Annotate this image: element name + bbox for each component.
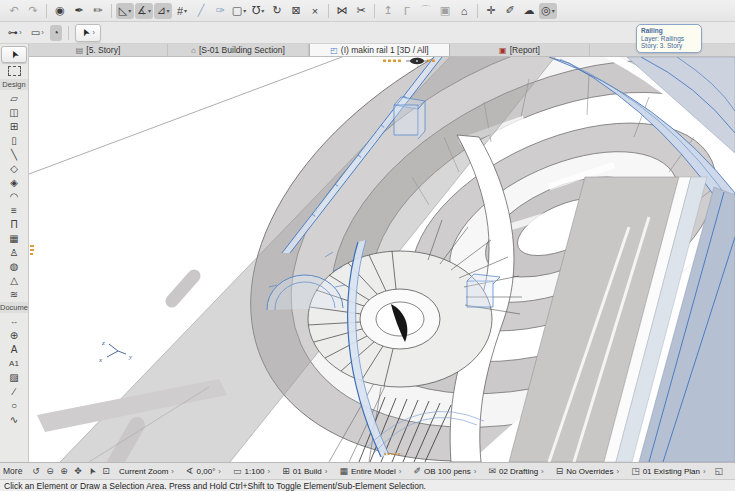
element-settings-button[interactable]: ▭› <box>28 25 47 41</box>
tool-wall[interactable]: ▱ <box>2 91 26 105</box>
tool-stair[interactable]: ≡ <box>2 203 26 217</box>
undo-button[interactable]: ↶ <box>5 3 23 19</box>
scale-dropdown[interactable]: ▭ 1:100 › <box>227 463 276 479</box>
home-icon: ⌂ <box>461 5 468 17</box>
brush-button[interactable]: ✐ <box>501 3 519 19</box>
slope-tool-button[interactable]: ∡▾ <box>135 3 153 19</box>
tool-dimension[interactable]: ↔ <box>2 314 26 328</box>
cursor-arrow-icon: ➤ <box>7 48 21 60</box>
tool-door[interactable]: ◫ <box>2 105 26 119</box>
tool-spline[interactable]: ∿ <box>2 412 26 426</box>
home-story-button[interactable]: ⌂ <box>455 3 473 19</box>
tool-level-dimension[interactable]: ⊕ <box>2 328 26 342</box>
tool-shell[interactable]: ◠ <box>2 189 26 203</box>
marker-button[interactable]: ✑ <box>211 3 229 19</box>
favorites-button[interactable]: ⊶› <box>5 25 25 41</box>
folder-icon: ▤ <box>76 46 84 55</box>
explode-button[interactable]: ✛ <box>482 3 500 19</box>
dimension-style-dropdown[interactable]: ✉ 02 Drafting › <box>482 463 549 479</box>
pan-icon[interactable]: ✥ <box>71 466 85 476</box>
fit-in-window-icon[interactable]: ⊡ <box>99 466 113 476</box>
tooltip-layer: Layer: Railings <box>641 35 697 43</box>
dropdown-caret: ▾ <box>552 7 555 14</box>
tool-window[interactable]: ⊞ <box>2 119 26 133</box>
layer-combination-dropdown[interactable]: ⊞ 01 Build › <box>276 463 333 479</box>
tab-5-story[interactable]: ▤ [5. Story] <box>29 44 168 56</box>
graphic-overrides-dropdown[interactable]: ⊟ No Overrides › <box>550 463 625 479</box>
selection-frame-button[interactable]: ▢▾ <box>230 3 248 19</box>
split-button[interactable]: ⋈ <box>333 3 351 19</box>
status-message: Click an Element or Draw a Selection Are… <box>4 481 426 491</box>
tab-3d-view-active[interactable]: ◰ (I) makin rail 1 [3D / All] <box>309 44 450 56</box>
line-icon: ∕ <box>13 386 15 397</box>
zoom-in-icon[interactable]: ⊕ <box>57 466 71 476</box>
publish-button[interactable]: ☁ <box>520 3 538 19</box>
tool-railing[interactable]: Π <box>2 217 26 231</box>
tool-object[interactable]: ♙ <box>2 245 26 259</box>
tool-fill[interactable]: ▨ <box>2 370 26 384</box>
toolbar-separator <box>111 4 112 18</box>
tool-column[interactable]: ▯ <box>2 133 26 147</box>
zoom-level-dropdown[interactable]: Current Zoom › <box>113 463 180 479</box>
redo-icon: ↷ <box>28 4 37 17</box>
tool-beam[interactable]: ╲ <box>2 147 26 161</box>
rotate-button[interactable]: ↻ <box>268 3 286 19</box>
tool-line[interactable]: ∕ <box>2 384 26 398</box>
figure-button[interactable]: ▣ <box>436 3 454 19</box>
fit-frame-button[interactable]: ⊠ <box>287 3 305 19</box>
pages-icon[interactable]: ◱ <box>712 466 726 476</box>
inject-parameters-button[interactable]: ✒ <box>70 3 88 19</box>
level-tool-button[interactable]: ⊿▾ <box>154 3 172 19</box>
orbit-icon[interactable]: ↺ <box>29 466 43 476</box>
tool-text[interactable]: A <box>2 342 26 356</box>
3d-viewport[interactable]: z x y <box>29 57 735 462</box>
zoom-out-icon[interactable]: ⊖ <box>43 466 57 476</box>
split-icon: ⋈ <box>337 4 348 17</box>
tool-curtain-wall[interactable]: ▦ <box>2 231 26 245</box>
structure-display-dropdown[interactable]: ▦ Entire Model › <box>333 463 407 479</box>
tool-mesh[interactable]: ≋ <box>2 287 26 301</box>
arrow-tool-dropdown[interactable]: ➤› <box>75 24 101 42</box>
gravity-tool-button[interactable]: ◺▾ <box>116 3 134 19</box>
tab-label: [Report] <box>510 45 540 55</box>
renovation-filter-dropdown[interactable]: ◳ 01 Existing Plan › <box>625 463 712 479</box>
tool-label[interactable]: A1 <box>2 356 26 370</box>
drafting-icon: ✉ <box>488 466 496 476</box>
trim-button[interactable]: ✂ <box>352 3 370 19</box>
orbit-mode-button[interactable]: ◔ <box>50 25 62 41</box>
redo-button[interactable]: ↷ <box>24 3 42 19</box>
more-tools-button[interactable]: More <box>0 466 29 476</box>
mirror-button[interactable]: ╱ <box>192 3 210 19</box>
pickup-parameters-button[interactable]: ◉ <box>51 3 69 19</box>
corner-button[interactable]: Γ <box>398 3 416 19</box>
chevron-right-icon: › <box>92 28 95 37</box>
lock-button[interactable]: ℧▾ <box>249 3 267 19</box>
pen-icon: ✏ <box>93 4 102 17</box>
roof-edge-line <box>29 57 342 174</box>
spline-icon: ∿ <box>10 414 18 425</box>
tool-arrow-selected[interactable]: ➤ <box>1 46 27 63</box>
select-cursor-icon[interactable]: ➤ <box>85 463 100 479</box>
slab-icon: ◇ <box>10 163 18 174</box>
chevron-right-icon: › <box>474 467 477 476</box>
tool-slab[interactable]: ◇ <box>2 161 26 175</box>
chevron-right-icon: › <box>19 28 22 37</box>
tab-building-section[interactable]: ⌂ [S-01 Building Section] <box>168 44 309 56</box>
tool-lamp[interactable]: ◍ <box>2 259 26 273</box>
elevate-button[interactable]: ↥ <box>379 3 397 19</box>
tool-roof[interactable]: ◈ <box>2 175 26 189</box>
tool-circle[interactable]: ○ <box>2 398 26 412</box>
tool-marquee[interactable] <box>2 64 26 78</box>
tool-zone[interactable]: △ <box>2 273 26 287</box>
orientation-dropdown[interactable]: ∢ 0,00° › <box>180 463 227 479</box>
frame-icon: ▢ <box>232 4 242 17</box>
pen-set-dropdown[interactable]: ✐ OB 100 pens › <box>408 463 483 479</box>
snap-grid-button[interactable]: #▾ <box>173 3 191 19</box>
elevate-icon: ↥ <box>383 4 392 17</box>
tab-report[interactable]: ▣ [Report] <box>450 44 590 56</box>
detach-button[interactable]: × <box>306 3 324 19</box>
3d-view-button[interactable]: ◎▾ <box>539 3 557 19</box>
fillet-button[interactable]: ⌒ <box>417 3 435 19</box>
pen-button[interactable]: ✏ <box>89 3 107 19</box>
dropdown-caret: ▾ <box>243 7 246 14</box>
